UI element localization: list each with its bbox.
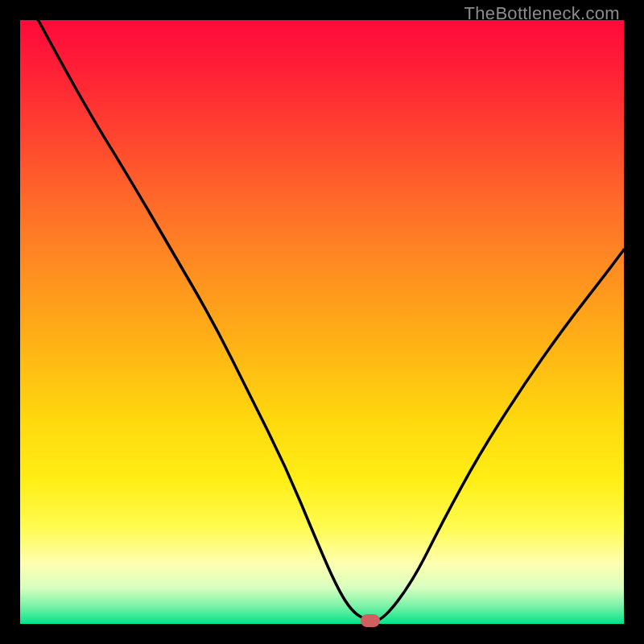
bottleneck-curve	[20, 20, 624, 624]
plot-area	[20, 20, 624, 624]
optimal-point-marker	[361, 614, 380, 627]
chart-frame: TheBottleneck.com	[0, 0, 644, 644]
